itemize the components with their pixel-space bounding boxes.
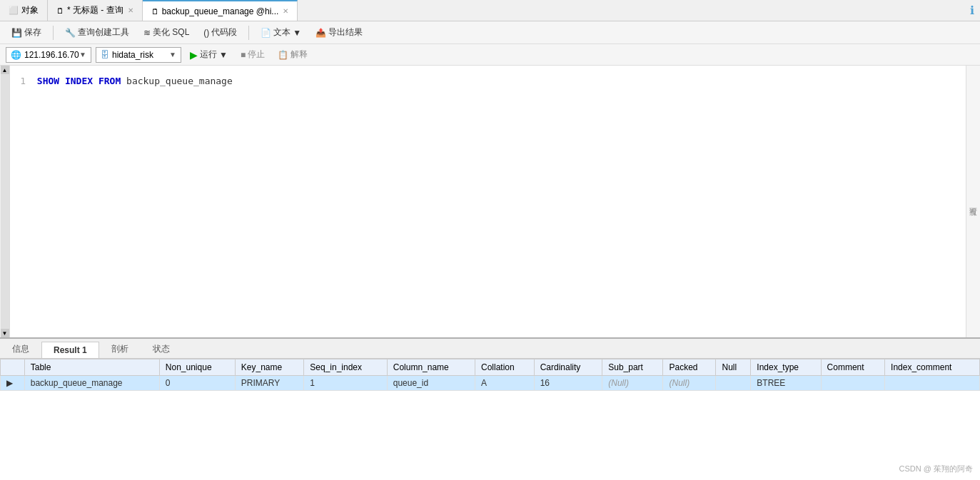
run-icon: ▶ (190, 49, 198, 61)
col-header-comment[interactable]: Comment (821, 359, 885, 376)
cell-comment (821, 376, 885, 391)
save-icon: 💾 (11, 28, 22, 38)
table-header-row: Table Non_unique Key_name Seq_in_index C… (1, 359, 980, 376)
connection-dropdown-arrow: ▼ (79, 51, 86, 58)
export-icon: 📤 (315, 28, 326, 38)
stop-button[interactable]: ■ 停止 (236, 47, 269, 62)
objects-icon: ⬜ (9, 6, 19, 15)
col-header-key-name[interactable]: Key_name (235, 359, 303, 376)
result-table-wrap: Table Non_unique Key_name Seq_in_index C… (0, 359, 980, 391)
bottom-tab-bar: 信息 Result 1 剖析 状态 (0, 339, 980, 359)
run-dropdown-arrow: ▼ (219, 50, 228, 60)
database-select[interactable]: 🗄 hidata_risk ▼ (96, 47, 181, 63)
scroll-up-arrow[interactable]: ▲ (1, 66, 9, 74)
beautify-sql-button[interactable]: ≋ 美化 SQL (138, 25, 195, 40)
tab-objects[interactable]: ⬜ 对象 (0, 0, 48, 21)
app-window: ⬜ 对象 🗒 * 无标题 - 查询 ✕ 🗒 backup_queue_manag… (0, 0, 980, 480)
tab-info[interactable]: 信息 (0, 339, 41, 358)
sql-table-name: backup_queue_manage (126, 76, 233, 86)
sep-2 (248, 26, 249, 40)
database-dropdown-arrow: ▼ (169, 51, 176, 58)
col-header-null[interactable]: Null (716, 359, 751, 376)
left-scrollbar[interactable]: ▲ ▼ (0, 66, 10, 337)
tab-status[interactable]: 状态 (141, 339, 182, 358)
save-button[interactable]: 💾 保存 (6, 25, 47, 40)
col-header-collation[interactable]: Collation (475, 359, 535, 376)
sep-1 (53, 26, 54, 40)
cell-index-type: BTREE (751, 376, 821, 391)
cell-sub-part: (Null) (602, 376, 663, 391)
right-sidebar: 没有可 (966, 66, 980, 337)
run-button[interactable]: ▶ 运行 ▼ (186, 47, 232, 62)
cell-index-comment (885, 376, 980, 391)
query-icon-2: 🗒 (151, 7, 159, 16)
editor-body[interactable]: 1 SHOW INDEX FROM backup_queue_manage (10, 66, 966, 337)
cell-key-name: PRIMARY (235, 376, 303, 391)
cell-collation: A (475, 376, 535, 391)
cell-non-unique: 0 (159, 376, 235, 391)
text-button[interactable]: 📄 文本 ▼ (255, 25, 307, 40)
tab-close-backup[interactable]: ✕ (283, 7, 288, 15)
code-snippet-button[interactable]: () 代码段 (198, 25, 243, 40)
col-header-cardinality[interactable]: Cardinality (534, 359, 602, 376)
editor-content: 1 SHOW INDEX FROM backup_queue_manage (10, 70, 966, 92)
col-header-packed[interactable]: Packed (663, 359, 716, 376)
explain-button[interactable]: 📋 解释 (273, 47, 312, 62)
scroll-down-arrow[interactable]: ▼ (1, 329, 9, 337)
toolbar: 💾 保存 🔧 查询创建工具 ≋ 美化 SQL () 代码段 📄 文本 ▼ 📤 导… (0, 21, 980, 44)
code-icon: () (203, 28, 209, 38)
line-number-1: 1 (10, 76, 31, 86)
cell-packed: (Null) (663, 376, 716, 391)
editor-wrapper: ▲ ▼ 1 SHOW INDEX FROM backup_queue_manag… (0, 66, 980, 480)
query-icon-1: 🗒 (56, 6, 64, 15)
tab-close-untitled[interactable]: ✕ (128, 6, 133, 14)
tab-bar: ⬜ 对象 🗒 * 无标题 - 查询 ✕ 🗒 backup_queue_manag… (0, 0, 980, 21)
text-icon: 📄 (261, 28, 271, 38)
result-table: Table Non_unique Key_name Seq_in_index C… (0, 359, 980, 391)
col-header-table[interactable]: Table (24, 359, 159, 376)
export-results-button[interactable]: 📤 导出结果 (310, 25, 368, 40)
col-header-seq-in-index[interactable]: Seq_in_index (304, 359, 387, 376)
explain-icon: 📋 (278, 50, 288, 60)
col-header-index-comment[interactable]: Index_comment (885, 359, 980, 376)
col-header-column-name[interactable]: Column_name (387, 359, 475, 376)
col-header-index-type[interactable]: Index_type (751, 359, 821, 376)
query-builder-icon: 🔧 (65, 28, 76, 38)
col-header-empty (1, 359, 25, 376)
cell-column-name: queue_id (387, 376, 475, 391)
editor-main: ▲ ▼ 1 SHOW INDEX FROM backup_queue_manag… (0, 66, 980, 337)
tab-backup-query[interactable]: 🗒 backup_queue_manage @hi... ✕ (143, 0, 298, 21)
sql-show: SHOW INDEX FROM (37, 76, 121, 86)
cell-null (716, 376, 751, 391)
connection-status-icon: 🌐 (11, 50, 21, 60)
tab-untitled-query[interactable]: 🗒 * 无标题 - 查询 ✕ (48, 0, 143, 21)
tab-profile[interactable]: 剖析 (99, 339, 141, 358)
database-icon: 🗄 (101, 50, 109, 60)
cell-cardinality: 16 (534, 376, 602, 391)
stop-icon: ■ (241, 50, 246, 60)
info-icon[interactable]: ℹ (970, 4, 974, 17)
connection-bar: 🌐 121.196.16.70 ▼ 🗄 hidata_risk ▼ ▶ 运行 ▼… (0, 44, 980, 66)
query-builder-button[interactable]: 🔧 查询创建工具 (59, 25, 135, 40)
tab-result1[interactable]: Result 1 (41, 342, 99, 358)
col-header-non-unique[interactable]: Non_unique (159, 359, 235, 376)
connection-select[interactable]: 🌐 121.196.16.70 ▼ (6, 47, 91, 63)
cell-table: backup_queue_manage (24, 376, 159, 391)
text-dropdown-arrow: ▼ (293, 28, 301, 38)
row-indicator: ▶ (1, 376, 25, 391)
cell-seq-in-index: 1 (304, 376, 387, 391)
bottom-section: 信息 Result 1 剖析 状态 Table (0, 337, 980, 480)
watermark: CSDN @ 茱翔的阿奇 (899, 464, 973, 474)
table-row[interactable]: ▶ backup_queue_manage 0 PRIMARY 1 queue_… (1, 376, 980, 391)
beautify-icon: ≋ (143, 28, 151, 38)
col-header-sub-part[interactable]: Sub_part (602, 359, 663, 376)
